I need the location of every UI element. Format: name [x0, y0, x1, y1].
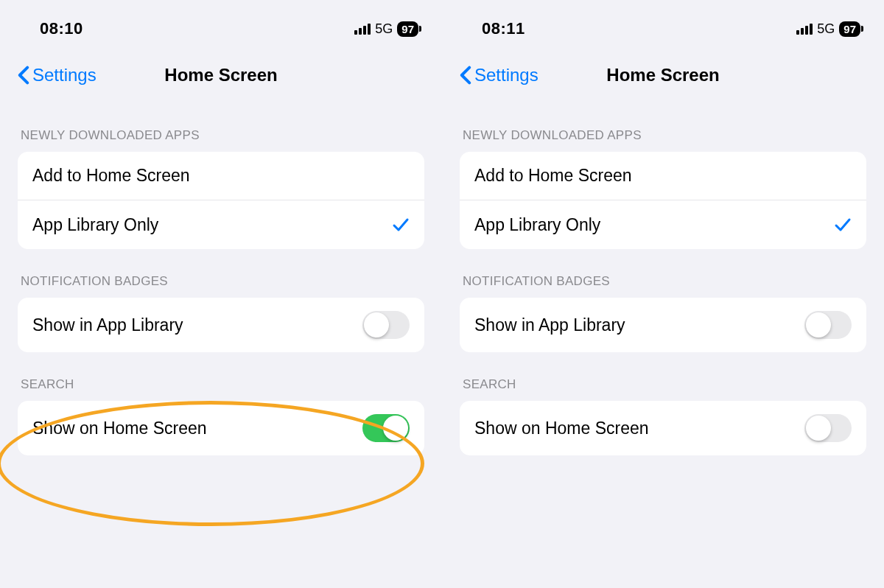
nav-bar: Settings Home Screen [460, 53, 866, 97]
section-header-new-apps: NEWLY DOWNLOADED APPS [21, 128, 421, 143]
checkmark-icon [392, 216, 410, 234]
row-label: Add to Home Screen [474, 166, 632, 186]
section-header-badges: NOTIFICATION BADGES [21, 274, 421, 289]
page-title: Home Screen [164, 65, 277, 85]
network-label: 5G [375, 21, 393, 37]
list-new-apps: Add to Home Screen App Library Only [18, 152, 424, 249]
status-bar: 08:11 5G 97 [460, 0, 866, 44]
row-label: Show on Home Screen [32, 419, 207, 438]
list-search: Show on Home Screen [18, 401, 424, 455]
row-add-to-home-screen[interactable]: Add to Home Screen [18, 152, 424, 200]
back-label: Settings [474, 65, 539, 85]
toggle-show-in-app-library[interactable] [362, 311, 410, 339]
checkmark-icon [834, 216, 852, 234]
section-header-new-apps: NEWLY DOWNLOADED APPS [463, 128, 863, 143]
row-show-on-home-screen[interactable]: Show on Home Screen [460, 401, 866, 455]
row-label: Show in App Library [32, 315, 183, 335]
row-app-library-only[interactable]: App Library Only [18, 200, 424, 249]
row-label: App Library Only [32, 215, 158, 235]
row-label: Add to Home Screen [32, 166, 190, 186]
phone-right: 08:11 5G 97 Settings Home Screen NEWLY D… [442, 0, 884, 588]
status-right: 5G 97 [354, 21, 424, 37]
back-label: Settings [32, 65, 97, 85]
chevron-left-icon [460, 66, 471, 85]
section-header-search: SEARCH [463, 377, 863, 392]
list-badges: Show in App Library [460, 298, 866, 352]
chevron-left-icon [18, 66, 29, 85]
screenshot-pair: 08:10 5G 97 Settings Home Screen NEWLY D… [0, 0, 884, 588]
status-time: 08:11 [460, 19, 525, 38]
section-header-search: SEARCH [21, 377, 421, 392]
list-badges: Show in App Library [18, 298, 424, 352]
toggle-show-on-home-screen[interactable] [804, 414, 852, 442]
signal-icon [796, 23, 813, 35]
section-header-badges: NOTIFICATION BADGES [463, 274, 863, 289]
status-bar: 08:10 5G 97 [18, 0, 424, 44]
page-title: Home Screen [606, 65, 719, 85]
nav-bar: Settings Home Screen [18, 53, 424, 97]
row-label: Show in App Library [474, 315, 625, 335]
row-label: App Library Only [474, 215, 600, 235]
status-right: 5G 97 [796, 21, 866, 37]
back-button[interactable]: Settings [18, 65, 97, 85]
row-show-in-app-library[interactable]: Show in App Library [460, 298, 866, 352]
row-show-in-app-library[interactable]: Show in App Library [18, 298, 424, 352]
row-add-to-home-screen[interactable]: Add to Home Screen [460, 152, 866, 200]
row-app-library-only[interactable]: App Library Only [460, 200, 866, 249]
list-search: Show on Home Screen [460, 401, 866, 455]
row-show-on-home-screen[interactable]: Show on Home Screen [18, 401, 424, 455]
list-new-apps: Add to Home Screen App Library Only [460, 152, 866, 249]
status-time: 08:10 [18, 19, 83, 38]
toggle-show-in-app-library[interactable] [804, 311, 852, 339]
battery-icon: 97 [839, 21, 860, 37]
phone-left: 08:10 5G 97 Settings Home Screen NEWLY D… [0, 0, 442, 588]
battery-icon: 97 [397, 21, 418, 37]
row-label: Show on Home Screen [474, 419, 649, 438]
toggle-show-on-home-screen[interactable] [362, 414, 410, 442]
back-button[interactable]: Settings [460, 65, 539, 85]
network-label: 5G [817, 21, 835, 37]
signal-icon [354, 23, 371, 35]
